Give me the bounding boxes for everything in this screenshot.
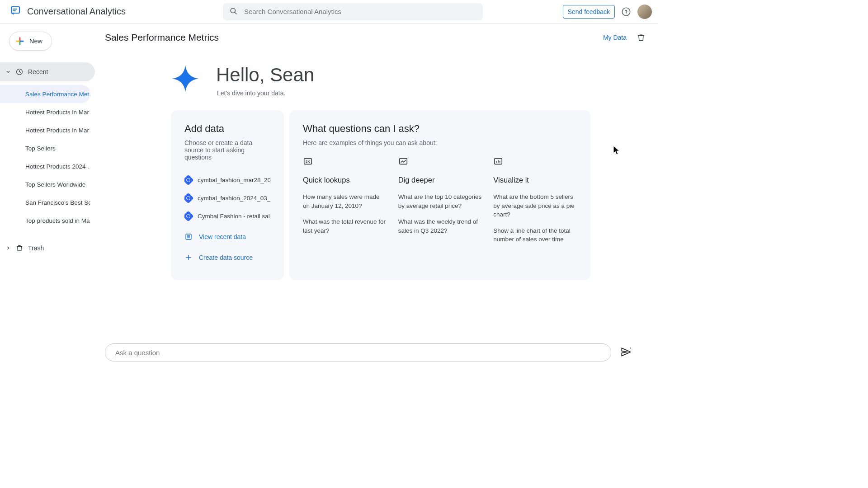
question-example[interactable]: What was the total revenue for last year…: [303, 217, 387, 235]
chevron-down-icon: [5, 69, 11, 75]
create-data-source-label: Create data source: [199, 254, 253, 261]
sidebar-item-label: San Francisco's Best Se…: [25, 199, 90, 206]
questions-grid: 2K Quick lookups How many sales were mad…: [303, 156, 577, 251]
search-input[interactable]: [243, 7, 476, 16]
app-title: Conversational Analytics: [27, 6, 126, 17]
app-logo-icon: [10, 5, 21, 18]
datasource-row[interactable]: cymbal_fashion_mar28_2024…: [184, 171, 270, 189]
svg-rect-0: [11, 7, 19, 13]
send-feedback-button[interactable]: Send feedback: [563, 5, 615, 19]
sidebar-item-label: Hottest Products in Mar…: [25, 109, 90, 116]
view-recent-data-label: View recent data: [199, 233, 246, 240]
svg-text:2K: 2K: [306, 160, 310, 164]
questions-col-title: Dig deeper: [398, 176, 482, 184]
sidebar-section-recent[interactable]: Recent: [0, 62, 95, 81]
sparkle-icon: [171, 64, 200, 94]
question-example[interactable]: How many sales were made on January 12, …: [303, 192, 387, 210]
sidebar: New Recent Sales Performance Met… Hottes…: [0, 23, 98, 369]
cursor-icon: [613, 145, 620, 155]
trash-icon: [15, 244, 24, 252]
sidebar-item-label: Top products sold in Ma…: [25, 217, 90, 224]
greeting-subtitle: Let's dive into your data.: [217, 89, 314, 97]
questions-col-title: Visualize it: [493, 176, 577, 184]
question-example[interactable]: What are the bottom 5 sellers by average…: [493, 192, 577, 219]
ask-input[interactable]: [105, 343, 611, 361]
sidebar-item-label: Hottest Products 2024-…: [25, 163, 90, 170]
sidebar-item-label: Hottest Products in Mar…: [25, 127, 90, 134]
send-button[interactable]: [620, 346, 632, 359]
plus-multicolor-icon: [15, 36, 25, 46]
clock-icon: [15, 68, 24, 76]
greeting-title: Hello, Sean: [216, 64, 314, 86]
questions-subtitle: Here are examples of things you can ask …: [303, 139, 577, 146]
trend-icon: [398, 156, 408, 166]
cards-row: Add data Choose or create a data source …: [171, 110, 658, 280]
datasource-row[interactable]: Cymbal Fashion - retail sales …: [184, 207, 270, 225]
send-icon: [620, 346, 632, 358]
sidebar-item[interactable]: Top products sold in Ma…: [0, 211, 90, 230]
datasource-row[interactable]: cymbal_fashion_2024_03_28: [184, 189, 270, 207]
datasource-label: cymbal_fashion_2024_03_28: [198, 195, 270, 202]
questions-title: What questions can I ask?: [303, 123, 577, 135]
svg-point-3: [626, 13, 627, 14]
questions-card: What questions can I ask? Here are examp…: [289, 110, 590, 280]
sidebar-item[interactable]: Hottest Products in Mar…: [0, 103, 90, 121]
search-icon: [229, 7, 238, 17]
sidebar-section-label: Recent: [28, 68, 48, 75]
brand: Conversational Analytics: [10, 5, 126, 18]
greeting: Hello, Sean Let's dive into your data.: [171, 64, 658, 97]
avatar[interactable]: [637, 5, 652, 19]
question-example[interactable]: What are the top 10 categories by averag…: [398, 192, 482, 210]
lookup-icon: 2K: [303, 156, 313, 166]
datasource-icon: [184, 174, 194, 185]
add-data-title: Add data: [184, 123, 270, 135]
questions-col-lookup: 2K Quick lookups How many sales were mad…: [303, 156, 387, 251]
sidebar-section-label: Trash: [28, 244, 44, 252]
main: Sales Performance Metrics My Data Hello,…: [98, 23, 658, 369]
help-icon[interactable]: [621, 7, 631, 17]
layout: New Recent Sales Performance Met… Hottes…: [0, 23, 658, 369]
questions-col-dig: Dig deeper What are the top 10 categorie…: [398, 156, 482, 251]
sidebar-item-label: Sales Performance Met…: [25, 91, 90, 98]
datasource-label: Cymbal Fashion - retail sales …: [198, 213, 270, 220]
page-header: Sales Performance Metrics My Data: [98, 23, 658, 52]
create-data-source-link[interactable]: Create data source: [184, 249, 270, 267]
new-button[interactable]: New: [9, 32, 52, 51]
datasource-icon: [184, 211, 194, 221]
sidebar-item-label: Top Sellers Worldwide: [25, 181, 85, 188]
chevron-right-icon: [5, 245, 11, 251]
plus-icon: [184, 253, 193, 262]
sidebar-item[interactable]: Top Sellers Worldwide: [0, 175, 90, 193]
my-data-link[interactable]: My Data: [603, 34, 627, 41]
add-data-subtitle: Choose or create a data source to start …: [184, 139, 270, 161]
bar-chart-icon: [493, 156, 503, 166]
page-actions: My Data: [603, 33, 646, 42]
datasource-icon: [184, 192, 194, 203]
list-icon: [184, 233, 193, 241]
sidebar-item-label: Top Sellers: [25, 145, 56, 152]
send-feedback-label: Send feedback: [568, 8, 610, 15]
topbar-right: Send feedback: [563, 5, 652, 19]
add-data-card: Add data Choose or create a data source …: [171, 110, 284, 280]
ask-bar: [105, 343, 632, 361]
sidebar-item[interactable]: Hottest Products in Mar…: [0, 121, 90, 139]
delete-icon[interactable]: [637, 33, 646, 42]
svg-point-2: [622, 8, 630, 15]
question-example[interactable]: Show a line chart of the total number of…: [493, 226, 577, 244]
datasource-label: cymbal_fashion_mar28_2024…: [198, 177, 270, 183]
sidebar-recent-children: Sales Performance Met… Hottest Products …: [0, 84, 98, 239]
new-button-label: New: [29, 38, 42, 45]
questions-col-title: Quick lookups: [303, 176, 387, 184]
page-title: Sales Performance Metrics: [105, 32, 219, 43]
question-example[interactable]: What was the weekly trend of sales in Q3…: [398, 217, 482, 235]
questions-col-viz: Visualize it What are the bottom 5 selle…: [493, 156, 577, 251]
sidebar-item[interactable]: Hottest Products 2024-…: [0, 157, 90, 175]
sidebar-item[interactable]: Sales Performance Met…: [0, 85, 90, 103]
sidebar-item[interactable]: San Francisco's Best Se…: [0, 193, 90, 211]
search-box[interactable]: [223, 3, 483, 20]
view-recent-data-link[interactable]: View recent data: [184, 228, 270, 246]
sidebar-item[interactable]: Top Sellers: [0, 139, 90, 157]
topbar: Conversational Analytics Send feedback: [0, 0, 658, 23]
sidebar-section-trash[interactable]: Trash: [0, 239, 95, 258]
content: Hello, Sean Let's dive into your data. A…: [98, 52, 658, 280]
